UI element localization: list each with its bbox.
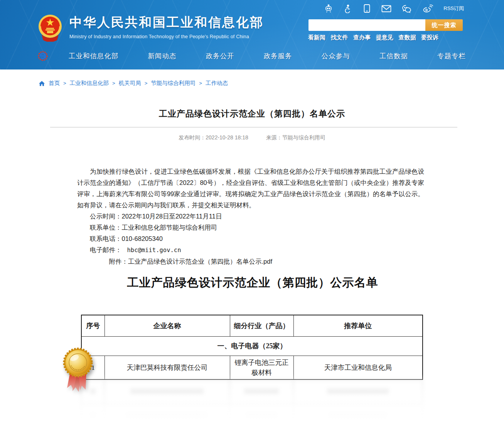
quick-link-news[interactable]: 看新闻 [308, 34, 325, 41]
blur-placeholder [126, 413, 207, 418]
wechat-icon[interactable] [402, 4, 412, 13]
accessibility-icon[interactable] [344, 4, 352, 13]
gold-medal-ribbon-icon [62, 346, 95, 395]
mobile-version-icon[interactable] [363, 4, 371, 13]
column-header-no: 序号 [81, 315, 105, 336]
nav-item-gov-open[interactable]: 政务公开 [206, 51, 234, 61]
main-navigation: 工业和信息化部 新闻动态 政务公开 政务服务 公众参与 工信数据 专题专栏 [37, 49, 468, 63]
blur-placeholder [130, 389, 204, 394]
rss-subscribe-link[interactable]: RSS订阅 [443, 5, 464, 12]
nav-item-public[interactable]: 公众参与 [322, 51, 350, 61]
blurred-table [81, 380, 423, 428]
breadcrumb-work-news[interactable]: 工作动态 [206, 80, 228, 87]
attachment-line: 附件：工业产品绿色设计示范企业（第四批）名单公示.pdf [77, 256, 424, 267]
miit-webpage: RSS订阅 中华人民共和国工业和信息化部 Ministry of Industr… [0, 0, 504, 432]
blur-placeholder [90, 413, 96, 418]
breadcrumb-departments[interactable]: 机关司局 [119, 80, 141, 87]
nav-item-gov-service[interactable]: 政务服务 [264, 51, 292, 61]
quick-link-complaint[interactable]: 要投诉 [421, 34, 438, 41]
blur-placeholder [327, 389, 389, 394]
site-subtitle-english: Ministry of Industry and Information Tec… [69, 34, 264, 39]
title-divider [50, 127, 457, 127]
column-header-industry: 细分行业（产品） [230, 315, 293, 336]
article-paragraph: 为加快推行绿色设计，促进工业绿色低碳循环发展，根据《工业和信息化部办公厅关于组织… [77, 166, 424, 211]
unified-search: 统一搜索 [308, 19, 463, 31]
site-title: 中华人民共和国工业和信息化部 [69, 14, 264, 31]
breadcrumb-separator: > [112, 80, 115, 86]
nav-item-special[interactable]: 专题专栏 [437, 51, 466, 61]
breadcrumb-separator: > [145, 80, 148, 86]
article-meta: 发布时间：2022-10-28 18:18 来源：节能与综合利用司 [0, 134, 504, 141]
cell-recommender: 天津市工业和信息化局 [293, 356, 423, 379]
breadcrumb: 首页 > 工业和信息化部 > 机关司局 > 节能与综合利用司 > 工作动态 [39, 80, 228, 87]
quick-link-feedback[interactable]: 提意见 [376, 34, 393, 41]
blurred-row [81, 404, 423, 428]
breadcrumb-miit[interactable]: 工业和信息化部 [70, 80, 109, 87]
site-header: RSS订阅 中华人民共和国工业和信息化部 Ministry of Industr… [0, 0, 504, 69]
breadcrumb-separator: > [199, 80, 202, 86]
blur-placeholder [244, 389, 279, 394]
search-button[interactable]: 统一搜索 [425, 19, 463, 31]
search-input[interactable] [308, 19, 425, 31]
publicity-period-line: 公示时间：2022年10月28日至2022年11月11日 [77, 211, 424, 222]
blur-placeholder [329, 413, 387, 418]
quick-link-documents[interactable]: 找文件 [331, 34, 348, 41]
publish-time: 发布时间：2022-10-28 18:18 [179, 134, 248, 141]
column-header-company: 企业名称 [105, 315, 230, 336]
contact-unit-line: 联系单位：工业和信息化部节能与综合利用司 [77, 222, 424, 233]
table-header-row: 序号 企业名称 细分行业（产品） 推荐单位 [81, 315, 423, 336]
blurred-table-rows [81, 380, 422, 432]
email-label: 电子邮件： [90, 246, 122, 253]
attachment-label: 附件： [109, 258, 128, 265]
article-title: 工业产品绿色设计示范企业（第四批）名单公示 [0, 108, 504, 120]
email-line: 电子邮件：hbc@miit.gov.cn [77, 244, 424, 256]
quick-link-data[interactable]: 查数据 [398, 34, 416, 41]
article-source: 来源：节能与综合利用司 [266, 134, 325, 141]
email-address: hbc@miit.gov.cn [127, 247, 181, 254]
nav-item-data[interactable]: 工信数据 [379, 51, 408, 61]
enterprise-list-table: 序号 企业名称 细分行业（产品） 推荐单位 一、电子电器（25家） 1 天津巴莫… [81, 315, 423, 380]
home-icon[interactable] [39, 80, 45, 86]
section-label: 一、电子电器（25家） [81, 336, 423, 356]
nav-item-miit[interactable]: 工业和信息化部 [69, 51, 119, 61]
utility-icon-bar: RSS订阅 [324, 3, 464, 14]
brand-text: 中华人民共和国工业和信息化部 Ministry of Industry and … [69, 14, 264, 39]
table-row: 1 天津巴莫科技有限责任公司 锂离子电池三元正极材料 天津市工业和信息化局 [81, 356, 423, 379]
breadcrumb-separator: > [63, 80, 66, 86]
document-title: 工业产品绿色设计示范企业（第四批）公示名单 [60, 275, 445, 291]
site-brand: 中华人民共和国工业和信息化部 Ministry of Industry and … [38, 14, 264, 42]
blur-placeholder [246, 413, 277, 418]
nav-item-news[interactable]: 新闻动态 [148, 51, 177, 61]
breadcrumb-home[interactable]: 首页 [49, 80, 60, 87]
mail-icon[interactable] [381, 5, 391, 13]
nav-items: 工业和信息化部 新闻动态 政务公开 政务服务 公众参与 工信数据 专题专栏 [69, 51, 468, 61]
cell-company: 天津巴莫科技有限责任公司 [105, 356, 230, 379]
article-body: 为加快推行绿色设计，促进工业绿色低碳循环发展，根据《工业和信息化部办公厅关于组织… [77, 166, 424, 267]
miit-e-logo-icon [37, 50, 49, 62]
contact-phone-line: 联系电话：010-68205340 [77, 233, 424, 244]
column-header-recommender: 推荐单位 [293, 315, 423, 336]
quick-links-bar: 看新闻 找文件 查办事 提意见 查数据 要投诉 [308, 34, 438, 41]
national-emblem-logo [38, 14, 62, 42]
section-row: 一、电子电器（25家） [81, 336, 423, 356]
weibo-icon[interactable] [423, 4, 433, 13]
blurred-row [81, 380, 423, 404]
quick-link-services[interactable]: 查办事 [353, 34, 371, 41]
cell-industry: 锂离子电池三元正极材料 [230, 356, 293, 379]
smart-assistant-robot-icon[interactable] [324, 4, 333, 13]
attachment-pdf-link[interactable]: 工业产品绿色设计示范企业（第四批）名单公示.pdf [128, 258, 272, 265]
breadcrumb-energy-dept[interactable]: 节能与综合利用司 [151, 80, 196, 87]
